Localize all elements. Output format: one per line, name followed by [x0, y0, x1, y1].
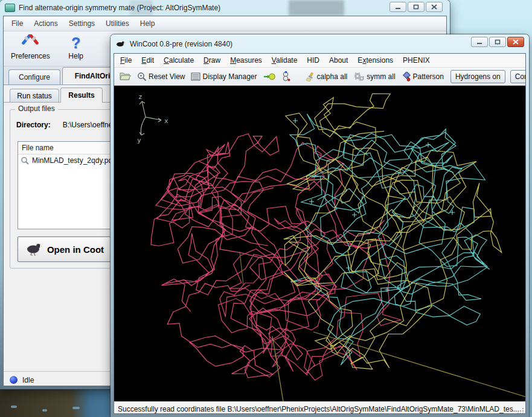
- wincoot-window-controls: [471, 37, 524, 47]
- menu-about[interactable]: About: [324, 55, 353, 66]
- help-label: Help: [68, 52, 83, 60]
- patterson-icon: [402, 72, 411, 81]
- tab-configure[interactable]: Configure: [8, 69, 60, 84]
- directory-row: Directory: B:\Users\oeffne: [16, 121, 112, 129]
- wallpaper-glass-shadow: [289, 0, 344, 16]
- menu-actions[interactable]: Actions: [28, 18, 63, 30]
- phenix-window-title: Find alternate-origin symmetry mate (Pro…: [19, 4, 220, 12]
- maximize-button[interactable]: [408, 2, 425, 12]
- phenix-titlebar[interactable]: Find alternate-origin symmetry mate (Pro…: [0, 0, 450, 16]
- menu-hid[interactable]: HID: [302, 55, 324, 66]
- patterson-label: Patterson: [413, 72, 444, 81]
- molecule-wireframe: z x y: [114, 86, 526, 401]
- resize-grip[interactable]: [518, 408, 524, 414]
- molecule-button[interactable]: [280, 71, 293, 81]
- file-name: MinMLAD_testy_2qdy.pdb: [32, 156, 117, 165]
- wallpaper-detail: [42, 409, 47, 412]
- menu-calculate[interactable]: Calculate: [159, 55, 199, 66]
- axes-gizmo: [139, 101, 161, 135]
- magnifier-icon: [21, 156, 30, 165]
- folder-icon: [120, 72, 131, 81]
- menu-validate[interactable]: Validate: [267, 55, 303, 66]
- coot-bird-icon: [25, 242, 43, 256]
- wincoot-titlebar[interactable]: WinCoot 0.8-pre (revision 4840): [111, 34, 529, 53]
- help-icon: ?: [71, 34, 80, 52]
- wincoot-statusbar: Successfully read coordinates file B:\Us…: [114, 401, 525, 414]
- molecule-icon: [281, 71, 291, 81]
- menu-help[interactable]: Help: [135, 18, 161, 30]
- close-button[interactable]: [426, 2, 443, 12]
- wallpaper-detail: [72, 407, 80, 409]
- restore-button[interactable]: [489, 37, 506, 47]
- phenix-status-text: Idle: [22, 376, 34, 384]
- phenix-connection-button[interactable]: Connected to PHENIX: [510, 70, 526, 83]
- menu-extensions[interactable]: Extensions: [353, 55, 398, 66]
- wincoot-window-title: WinCoot 0.8-pre (revision 4840): [130, 40, 232, 48]
- brush-icon: [306, 72, 315, 81]
- patterson-button[interactable]: Patterson: [400, 72, 446, 81]
- recentre-button[interactable]: [261, 72, 277, 81]
- menu-settings[interactable]: Settings: [63, 18, 100, 30]
- reset-view-label: Reset View: [149, 72, 185, 81]
- wincoot-toolbar: Reset View Display Manager: [114, 68, 525, 86]
- axis-y-label: y: [137, 136, 141, 144]
- tab-results[interactable]: Results: [60, 88, 103, 103]
- minimize-button[interactable]: [471, 37, 488, 47]
- minimize-button[interactable]: [389, 2, 406, 12]
- menu-utilities[interactable]: Utilities: [100, 18, 135, 30]
- wincoot-window: WinCoot 0.8-pre (revision 4840) File Edi…: [111, 34, 529, 417]
- open-in-coot-label: Open in Coot: [47, 244, 104, 255]
- menu-file[interactable]: File: [6, 18, 28, 30]
- preferences-button[interactable]: Preferences: [6, 33, 55, 62]
- ca-trace-chains: [151, 94, 526, 401]
- wallpaper-detail: [11, 406, 17, 408]
- reset-view-button[interactable]: Reset View: [135, 72, 187, 81]
- directory-value: B:\Users\oeffne: [63, 121, 113, 129]
- display-manager-icon: [191, 72, 200, 81]
- wallpaper-glass-shadow: [130, 0, 153, 16]
- arrow-ball-icon: [263, 72, 275, 81]
- axis-x-label: x: [164, 117, 168, 125]
- preferences-label: Preferences: [11, 52, 50, 60]
- directory-label: Directory:: [16, 121, 51, 129]
- display-manager-label: Display Manager: [202, 72, 257, 81]
- wincoot-window-body: File Edit Calculate Draw Measures Valida…: [114, 53, 526, 414]
- tools-icon: [21, 34, 39, 52]
- gears-icon: [353, 72, 365, 81]
- close-button[interactable]: [507, 37, 524, 47]
- phenix-window-controls: [389, 2, 443, 12]
- coot-3d-viewport[interactable]: z x y: [114, 86, 526, 401]
- menu-draw[interactable]: Draw: [199, 55, 225, 66]
- coot-bird-icon: [115, 40, 126, 48]
- menu-edit[interactable]: Edit: [136, 55, 159, 66]
- output-files-label: Output files: [15, 104, 58, 113]
- wincoot-menubar: File Edit Calculate Draw Measures Valida…: [114, 54, 525, 68]
- symm-all-label: symm all: [367, 72, 395, 81]
- calpha-all-label: calpha all: [317, 72, 348, 81]
- wincoot-status-text: Successfully read coordinates file B:\Us…: [118, 405, 519, 413]
- display-manager-button[interactable]: Display Manager: [189, 72, 258, 81]
- menu-measures[interactable]: Measures: [225, 55, 267, 66]
- phenix-app-icon: [5, 4, 15, 12]
- tab-run-status[interactable]: Run status: [10, 89, 59, 102]
- hydrogens-toggle-button[interactable]: Hydrogens on: [450, 70, 505, 83]
- menu-phenix[interactable]: PHENIX: [398, 55, 435, 66]
- axis-z-label: z: [138, 93, 143, 101]
- open-in-coot-button[interactable]: Open in Coot: [18, 237, 112, 262]
- open-file-button[interactable]: [118, 72, 133, 81]
- status-dot-icon: [10, 376, 18, 384]
- magnifier-icon: [137, 72, 147, 81]
- calpha-all-button[interactable]: calpha all: [304, 72, 350, 81]
- help-button[interactable]: ? Help: [55, 33, 97, 62]
- symm-all-button[interactable]: symm all: [351, 72, 397, 81]
- menu-file[interactable]: File: [115, 55, 136, 66]
- phenix-menubar: File Actions Settings Utilities Help: [4, 16, 446, 31]
- desktop: { "phenix": { "title": "Find alternate-o…: [0, 0, 532, 417]
